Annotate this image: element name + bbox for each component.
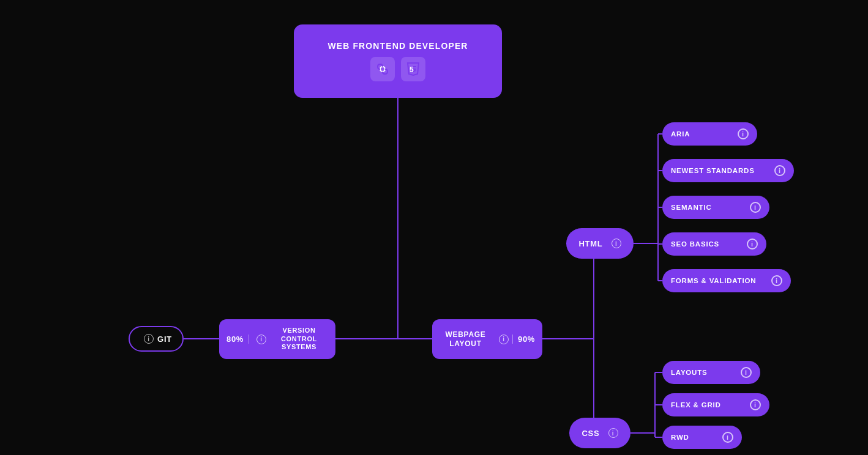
pill-seo-label: SEO BASICS (671, 240, 719, 248)
root-icons: 5 (370, 57, 425, 81)
vc-label: VERSION CONTROLSYSTEMS (270, 327, 328, 352)
vc-percentage: 80% (226, 335, 249, 344)
pill-forms-validation[interactable]: FORMS & VALIDATION i (662, 269, 791, 292)
css-label: CSS (582, 429, 599, 438)
layouts-info-icon[interactable]: i (741, 367, 752, 378)
pill-semantic-label: SEMANTIC (671, 204, 712, 211)
webpage-layout-node[interactable]: WEBPAGELAYOUT i 90% (432, 319, 542, 359)
root-node: WEB FRONTEND DEVELOPER 5 (294, 24, 502, 98)
seo-info-icon[interactable]: i (747, 239, 758, 250)
css-node[interactable]: CSS i (569, 418, 630, 448)
svg-text:5: 5 (410, 65, 414, 74)
pill-newest-standards[interactable]: NEWEST STANDARDS i (662, 159, 794, 182)
webpage-percentage: 90% (512, 335, 535, 344)
pill-semantic[interactable]: SEMANTIC i (662, 196, 769, 219)
git-info-icon[interactable]: i (144, 334, 154, 344)
html-label: HTML (578, 239, 602, 248)
semantic-info-icon[interactable]: i (750, 202, 761, 213)
svg-point-12 (380, 67, 385, 72)
webpage-info-icon[interactable]: i (499, 335, 509, 344)
root-title: WEB FRONTEND DEVELOPER (327, 41, 468, 51)
git-node[interactable]: i GIT (129, 326, 184, 352)
html-node[interactable]: HTML i (566, 228, 634, 259)
css-info-icon[interactable]: i (608, 428, 618, 438)
pill-flex-label: FLEX & GRID (671, 401, 721, 409)
pill-layouts-label: LAYOUTS (671, 369, 708, 376)
version-control-node[interactable]: 80% i VERSION CONTROLSYSTEMS (219, 319, 335, 359)
pill-aria[interactable]: ARIA i (662, 122, 757, 146)
webpage-label: WEBPAGELAYOUT (440, 330, 492, 349)
pill-forms-label: FORMS & VALIDATION (671, 277, 756, 284)
html5-icon: 5 (401, 57, 425, 81)
pill-rwd[interactable]: RWD i (662, 426, 742, 449)
pill-seo-basics[interactable]: SEO BASICS i (662, 232, 766, 256)
pill-layouts[interactable]: LAYOUTS i (662, 361, 760, 384)
diagram: WEB FRONTEND DEVELOPER 5 (0, 0, 868, 455)
vc-info-icon[interactable]: i (256, 335, 266, 344)
rwd-info-icon[interactable]: i (722, 432, 733, 443)
pill-aria-label: ARIA (671, 130, 690, 138)
html-info-icon[interactable]: i (612, 239, 621, 248)
pill-rwd-label: RWD (671, 434, 689, 441)
git-icon (370, 57, 395, 81)
newest-info-icon[interactable]: i (774, 165, 785, 176)
git-label: GIT (157, 335, 172, 344)
flex-info-icon[interactable]: i (750, 399, 761, 410)
pill-newest-label: NEWEST STANDARDS (671, 167, 755, 174)
aria-info-icon[interactable]: i (738, 128, 749, 139)
forms-info-icon[interactable]: i (771, 275, 782, 286)
pill-flex-grid[interactable]: FLEX & GRID i (662, 393, 769, 416)
